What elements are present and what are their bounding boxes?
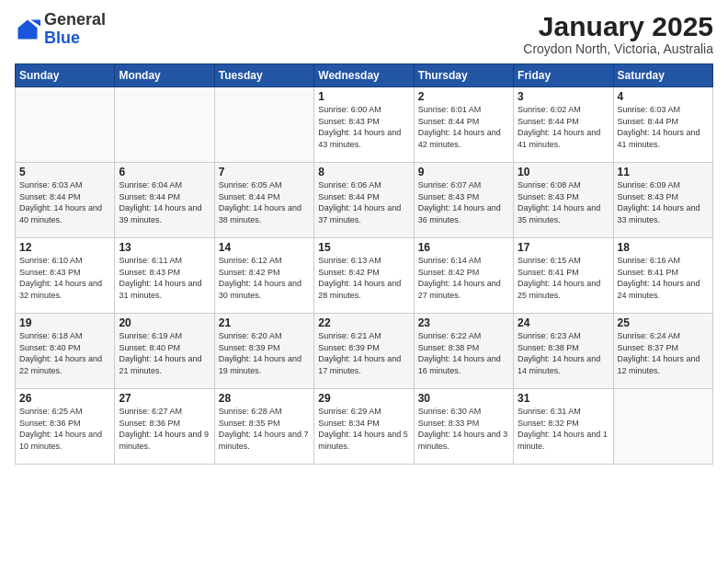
day-number: 2 bbox=[418, 90, 509, 103]
day-info: Sunrise: 6:06 AM Sunset: 8:44 PM Dayligh… bbox=[318, 179, 409, 225]
day-number: 11 bbox=[618, 166, 709, 178]
day-info: Sunrise: 6:28 AM Sunset: 8:35 PM Dayligh… bbox=[219, 406, 310, 452]
day-info: Sunrise: 6:02 AM Sunset: 8:44 PM Dayligh… bbox=[518, 104, 609, 150]
calendar-cell: 5Sunrise: 6:03 AM Sunset: 8:44 PM Daylig… bbox=[16, 163, 115, 238]
day-info: Sunrise: 6:30 AM Sunset: 8:33 PM Dayligh… bbox=[418, 406, 509, 452]
calendar-cell: 17Sunrise: 6:15 AM Sunset: 8:41 PM Dayli… bbox=[514, 238, 613, 314]
day-number: 27 bbox=[119, 392, 210, 405]
calendar-cell: 13Sunrise: 6:11 AM Sunset: 8:43 PM Dayli… bbox=[115, 238, 214, 314]
day-number: 4 bbox=[618, 90, 709, 103]
day-info: Sunrise: 6:15 AM Sunset: 8:41 PM Dayligh… bbox=[518, 255, 609, 301]
day-info: Sunrise: 6:13 AM Sunset: 8:42 PM Dayligh… bbox=[318, 255, 409, 301]
day-info: Sunrise: 6:07 AM Sunset: 8:43 PM Dayligh… bbox=[418, 179, 509, 225]
day-info: Sunrise: 6:31 AM Sunset: 8:32 PM Dayligh… bbox=[518, 406, 609, 452]
calendar-week-1: 1Sunrise: 6:00 AM Sunset: 8:43 PM Daylig… bbox=[16, 87, 713, 163]
day-number: 1 bbox=[318, 90, 409, 103]
calendar-table: SundayMondayTuesdayWednesdayThursdayFrid… bbox=[15, 63, 713, 465]
day-info: Sunrise: 6:20 AM Sunset: 8:39 PM Dayligh… bbox=[219, 330, 310, 376]
day-number: 24 bbox=[518, 316, 609, 329]
day-number: 5 bbox=[19, 166, 110, 178]
day-number: 8 bbox=[318, 166, 409, 178]
day-number: 30 bbox=[418, 392, 509, 405]
calendar-cell: 25Sunrise: 6:24 AM Sunset: 8:37 PM Dayli… bbox=[613, 314, 712, 389]
calendar-cell: 20Sunrise: 6:19 AM Sunset: 8:40 PM Dayli… bbox=[115, 314, 214, 389]
day-info: Sunrise: 6:12 AM Sunset: 8:42 PM Dayligh… bbox=[219, 255, 310, 301]
day-info: Sunrise: 6:22 AM Sunset: 8:38 PM Dayligh… bbox=[418, 330, 509, 376]
calendar-cell: 4Sunrise: 6:03 AM Sunset: 8:44 PM Daylig… bbox=[613, 87, 712, 163]
day-number: 18 bbox=[618, 241, 709, 254]
weekday-header-sunday: Sunday bbox=[16, 64, 115, 87]
calendar-cell: 7Sunrise: 6:05 AM Sunset: 8:44 PM Daylig… bbox=[214, 163, 313, 238]
calendar-cell: 11Sunrise: 6:09 AM Sunset: 8:43 PM Dayli… bbox=[613, 163, 712, 238]
day-number: 29 bbox=[318, 392, 409, 405]
calendar-cell: 31Sunrise: 6:31 AM Sunset: 8:32 PM Dayli… bbox=[514, 389, 613, 465]
day-number: 16 bbox=[418, 241, 509, 254]
logo: General Blue bbox=[15, 11, 106, 48]
day-info: Sunrise: 6:09 AM Sunset: 8:43 PM Dayligh… bbox=[618, 179, 709, 225]
calendar-cell bbox=[613, 389, 712, 465]
month-title: January 2025 bbox=[523, 11, 713, 41]
day-number: 23 bbox=[418, 316, 509, 329]
calendar-cell: 24Sunrise: 6:23 AM Sunset: 8:38 PM Dayli… bbox=[514, 314, 613, 389]
calendar-cell: 1Sunrise: 6:00 AM Sunset: 8:43 PM Daylig… bbox=[314, 87, 414, 163]
day-number: 7 bbox=[219, 166, 310, 178]
weekday-header-saturday: Saturday bbox=[613, 64, 712, 87]
day-info: Sunrise: 6:29 AM Sunset: 8:34 PM Dayligh… bbox=[318, 406, 409, 452]
day-info: Sunrise: 6:11 AM Sunset: 8:43 PM Dayligh… bbox=[119, 255, 210, 301]
day-info: Sunrise: 6:18 AM Sunset: 8:40 PM Dayligh… bbox=[19, 330, 110, 376]
calendar-cell: 22Sunrise: 6:21 AM Sunset: 8:39 PM Dayli… bbox=[314, 314, 414, 389]
logo-general: General bbox=[44, 10, 106, 29]
calendar-cell: 2Sunrise: 6:01 AM Sunset: 8:44 PM Daylig… bbox=[414, 87, 513, 163]
day-number: 17 bbox=[518, 241, 609, 254]
calendar-cell bbox=[115, 87, 214, 163]
calendar-cell: 15Sunrise: 6:13 AM Sunset: 8:42 PM Dayli… bbox=[314, 238, 414, 314]
day-number: 28 bbox=[219, 392, 310, 405]
weekday-header-tuesday: Tuesday bbox=[214, 64, 313, 87]
day-number: 26 bbox=[19, 392, 110, 405]
calendar-cell: 8Sunrise: 6:06 AM Sunset: 8:44 PM Daylig… bbox=[314, 163, 414, 238]
calendar-week-2: 5Sunrise: 6:03 AM Sunset: 8:44 PM Daylig… bbox=[16, 163, 713, 238]
location-subtitle: Croydon North, Victoria, Australia bbox=[523, 41, 713, 56]
day-info: Sunrise: 6:23 AM Sunset: 8:38 PM Dayligh… bbox=[518, 330, 609, 376]
calendar-cell: 18Sunrise: 6:16 AM Sunset: 8:41 PM Dayli… bbox=[613, 238, 712, 314]
day-number: 25 bbox=[618, 316, 709, 329]
weekday-header-monday: Monday bbox=[115, 64, 214, 87]
calendar-cell: 30Sunrise: 6:30 AM Sunset: 8:33 PM Dayli… bbox=[414, 389, 513, 465]
calendar-cell: 21Sunrise: 6:20 AM Sunset: 8:39 PM Dayli… bbox=[214, 314, 313, 389]
calendar-cell: 9Sunrise: 6:07 AM Sunset: 8:43 PM Daylig… bbox=[414, 163, 513, 238]
calendar-cell: 10Sunrise: 6:08 AM Sunset: 8:43 PM Dayli… bbox=[514, 163, 613, 238]
day-info: Sunrise: 6:14 AM Sunset: 8:42 PM Dayligh… bbox=[418, 255, 509, 301]
day-number: 21 bbox=[219, 316, 310, 329]
day-number: 12 bbox=[19, 241, 110, 254]
day-info: Sunrise: 6:05 AM Sunset: 8:44 PM Dayligh… bbox=[219, 179, 310, 225]
day-info: Sunrise: 6:04 AM Sunset: 8:44 PM Dayligh… bbox=[119, 179, 210, 225]
header: General Blue January 2025 Croydon North,… bbox=[15, 11, 713, 56]
day-number: 31 bbox=[518, 392, 609, 405]
calendar-cell: 29Sunrise: 6:29 AM Sunset: 8:34 PM Dayli… bbox=[314, 389, 414, 465]
day-info: Sunrise: 6:08 AM Sunset: 8:43 PM Dayligh… bbox=[518, 179, 609, 225]
calendar-week-5: 26Sunrise: 6:25 AM Sunset: 8:36 PM Dayli… bbox=[16, 389, 713, 465]
calendar-cell: 28Sunrise: 6:28 AM Sunset: 8:35 PM Dayli… bbox=[214, 389, 313, 465]
calendar-cell: 12Sunrise: 6:10 AM Sunset: 8:43 PM Dayli… bbox=[16, 238, 115, 314]
day-info: Sunrise: 6:16 AM Sunset: 8:41 PM Dayligh… bbox=[618, 255, 709, 301]
day-info: Sunrise: 6:25 AM Sunset: 8:36 PM Dayligh… bbox=[19, 406, 110, 452]
calendar-cell: 27Sunrise: 6:27 AM Sunset: 8:36 PM Dayli… bbox=[115, 389, 214, 465]
logo-blue: Blue bbox=[44, 29, 80, 47]
day-number: 10 bbox=[518, 166, 609, 178]
weekday-header-friday: Friday bbox=[514, 64, 613, 87]
calendar-cell: 6Sunrise: 6:04 AM Sunset: 8:44 PM Daylig… bbox=[115, 163, 214, 238]
day-info: Sunrise: 6:10 AM Sunset: 8:43 PM Dayligh… bbox=[19, 255, 110, 301]
logo-icon bbox=[15, 17, 40, 42]
calendar-cell: 16Sunrise: 6:14 AM Sunset: 8:42 PM Dayli… bbox=[414, 238, 513, 314]
logo-text: General Blue bbox=[44, 11, 106, 48]
title-block: January 2025 Croydon North, Victoria, Au… bbox=[523, 11, 713, 56]
weekday-header-wednesday: Wednesday bbox=[314, 64, 414, 87]
day-number: 15 bbox=[318, 241, 409, 254]
day-info: Sunrise: 6:03 AM Sunset: 8:44 PM Dayligh… bbox=[618, 104, 709, 150]
calendar-cell bbox=[16, 87, 115, 163]
calendar-cell: 26Sunrise: 6:25 AM Sunset: 8:36 PM Dayli… bbox=[16, 389, 115, 465]
page: General Blue January 2025 Croydon North,… bbox=[0, 0, 728, 563]
calendar-week-3: 12Sunrise: 6:10 AM Sunset: 8:43 PM Dayli… bbox=[16, 238, 713, 314]
svg-marker-0 bbox=[18, 19, 38, 39]
day-info: Sunrise: 6:21 AM Sunset: 8:39 PM Dayligh… bbox=[318, 330, 409, 376]
